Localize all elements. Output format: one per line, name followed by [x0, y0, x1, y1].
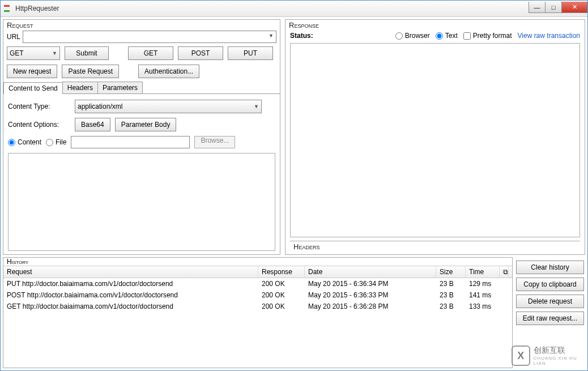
minimize-button[interactable]: —	[529, 2, 545, 13]
method-select[interactable]: GET ▼	[7, 46, 60, 60]
content-radio[interactable]: Content	[8, 138, 41, 146]
col-response[interactable]: Response	[258, 266, 305, 278]
status-label: Status:	[290, 32, 313, 40]
method-value: GET	[10, 49, 24, 57]
watermark-subtext: CHUANG XIN HU LIAN	[534, 356, 585, 366]
cell-date: May 20 2015 - 6:36:28 PM	[305, 301, 436, 312]
new-request-button[interactable]: New request	[7, 65, 57, 78]
response-body[interactable]	[290, 43, 580, 237]
cell-size: 23 B	[436, 278, 466, 289]
pretty-format-checkbox[interactable]: Pretty format	[463, 32, 512, 40]
tab-parameters[interactable]: Parameters	[97, 82, 143, 93]
cell-response: 200 OK	[258, 278, 305, 289]
cell-size: 23 B	[436, 289, 466, 301]
response-headers-title: Headers	[290, 241, 580, 251]
col-request[interactable]: Request	[3, 266, 258, 278]
cell-time: 133 ms	[466, 301, 500, 312]
get-button[interactable]: GET	[128, 46, 173, 60]
chevron-down-icon[interactable]: ▼	[269, 33, 274, 39]
cell-time: 129 ms	[466, 278, 500, 289]
chevron-down-icon: ▼	[52, 50, 57, 56]
url-label: URL	[7, 33, 20, 41]
cell-date: May 20 2015 - 6:36:34 PM	[305, 278, 436, 289]
submit-button[interactable]: Submit	[65, 46, 109, 60]
tab-headers[interactable]: Headers	[62, 82, 98, 93]
browse-button: Browse...	[194, 136, 235, 148]
watermark-text: 创新互联	[534, 346, 585, 356]
authentication-button[interactable]: Authentication...	[138, 65, 199, 78]
table-row[interactable]: GET http://doctor.baiaimama.com/v1/docto…	[3, 301, 512, 312]
history-header: Request Response Date Size Time ⧉	[3, 266, 512, 278]
parameter-body-button[interactable]: Parameter Body	[115, 118, 177, 131]
watermark-logo-icon: X	[512, 346, 530, 366]
cell-date: May 20 2015 - 6:36:33 PM	[305, 289, 436, 301]
cell-response: 200 OK	[258, 289, 305, 301]
chevron-down-icon: ▼	[254, 104, 259, 109]
col-time[interactable]: Time	[466, 266, 500, 278]
maximize-button[interactable]: □	[545, 2, 561, 13]
table-row[interactable]: PUT http://doctor.baiaimama.com/v1/docto…	[3, 278, 512, 289]
close-button[interactable]: ✕	[561, 2, 587, 13]
content-options-label: Content Options:	[8, 121, 70, 129]
content-type-label: Content Type:	[8, 103, 70, 110]
paste-request-button[interactable]: Paste Request	[62, 65, 119, 78]
tab-content-to-send[interactable]: Content to Send	[3, 82, 63, 94]
cell-request: GET http://doctor.baiaimama.com/v1/docto…	[3, 301, 258, 312]
text-radio[interactable]: Text	[436, 32, 458, 40]
table-row[interactable]: POST http://doctor.baiaimama.com/v1/doct…	[3, 289, 512, 301]
request-title: Request	[3, 20, 280, 29]
request-panel: Request URL ▼ GET ▼ Submit GET	[3, 19, 280, 255]
base64-button[interactable]: Base64	[75, 118, 110, 131]
column-picker-icon[interactable]: ⧉	[500, 266, 509, 278]
file-radio[interactable]: File	[46, 138, 66, 146]
url-input[interactable]	[25, 31, 266, 42]
browser-radio[interactable]: Browser	[395, 32, 430, 40]
cell-response: 200 OK	[258, 301, 305, 312]
cell-size: 23 B	[436, 301, 466, 312]
cell-request: PUT http://doctor.baiaimama.com/v1/docto…	[3, 278, 258, 289]
cell-time: 141 ms	[466, 289, 500, 301]
titlebar: HttpRequester — □ ✕	[1, 1, 587, 17]
content-type-select[interactable]: application/xml ▼	[75, 100, 262, 113]
response-panel: Response Status: Browser Text Pretty for…	[285, 19, 585, 255]
window-title: HttpRequester	[15, 5, 59, 12]
put-button[interactable]: PUT	[228, 46, 273, 60]
clear-history-button[interactable]: Clear history	[516, 261, 584, 274]
watermark: X 创新互联 CHUANG XIN HU LIAN	[512, 343, 585, 368]
col-size[interactable]: Size	[436, 266, 466, 278]
cell-request: POST http://doctor.baiaimama.com/v1/doct…	[3, 289, 258, 301]
edit-raw-request-button[interactable]: Edit raw request...	[516, 312, 584, 325]
content-body-textarea[interactable]	[8, 153, 275, 251]
history-title: History	[3, 258, 512, 266]
app-icon	[3, 4, 12, 13]
response-title: Response	[286, 20, 585, 29]
file-path-input[interactable]	[71, 136, 190, 148]
history-panel: History Request Response Date Size Time …	[3, 257, 513, 368]
col-date[interactable]: Date	[305, 266, 436, 278]
post-button[interactable]: POST	[178, 46, 223, 60]
delete-request-button[interactable]: Delete request	[516, 295, 584, 308]
copy-clipboard-button[interactable]: Copy to clipboard	[516, 278, 584, 291]
view-raw-link[interactable]: View raw transaction	[518, 32, 581, 40]
